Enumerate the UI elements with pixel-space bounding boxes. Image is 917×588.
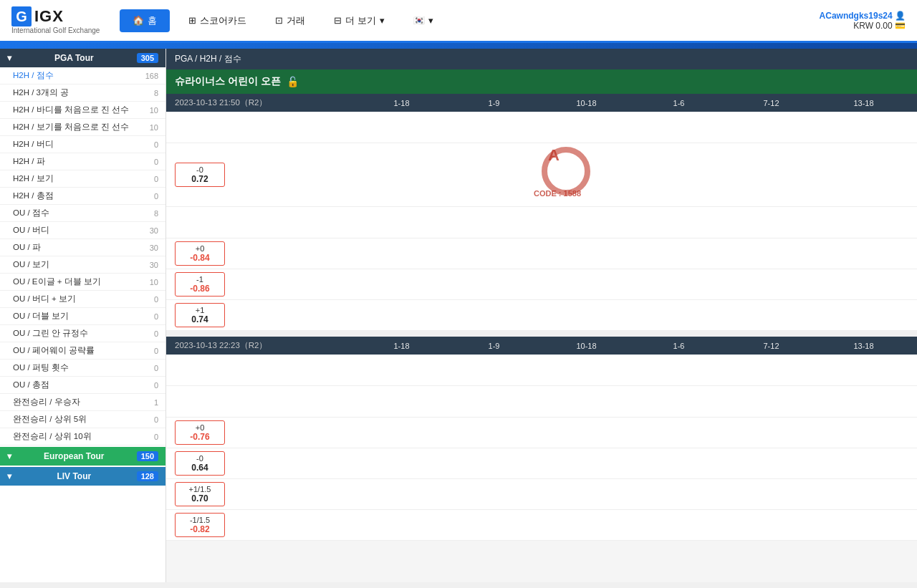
sidebar-liv-tour-header[interactable]: ▾ LIV Tour 128 [0,467,165,486]
sidebar-item-10[interactable]: OU / 파30 [0,239,165,256]
svg-text:A: A [548,146,560,164]
sidebar-item-count: 0 [154,192,158,201]
blue-bar [0,43,917,49]
logo-igx: IGX [34,7,64,26]
username: ACawndgks19s24 [820,11,893,21]
more-button[interactable]: ⊟ 더 보기 ▾ [324,9,395,32]
sidebar-item-21[interactable]: 완전승리 / 상위 10위0 [0,428,165,445]
sidebar-item-19[interactable]: 완전승리 / 우승자1 [0,394,165,411]
sidebar-item-13[interactable]: OU / 버디 + 보기0 [0,291,165,308]
sidebar-item-count: 168 [145,72,158,80]
home-button[interactable]: 🏠 홈 [120,9,170,32]
trade-label: 거래 [287,14,305,27]
sidebar-item-0[interactable]: H2H / 점수168 [0,67,165,85]
extra-odds-row-1-0: +0 -0.76 [166,418,917,448]
sidebar-item-label: OU / 더블 보기 [13,311,69,322]
sidebar-item-count: 0 [154,329,158,338]
sidebar-item-1[interactable]: H2H / 3개의 공8 [0,85,165,102]
sidebar-item-18[interactable]: OU / 총점0 [0,377,165,394]
handicap-value: +0 [180,244,220,253]
sidebar-item-label: OU / 총점 [13,380,49,390]
trade-icon: ⊡ [275,15,283,26]
sidebar-item-label: H2H / 버디 [13,139,54,150]
match-datetime: 2023-10-13 21:50（R2） [175,97,354,108]
sidebar-item-label: OU / E이글 + 더블 보기 [13,276,101,287]
handicap-value: +0 [180,423,220,432]
sidebar-item-label: 완전승리 / 우승자 [13,397,80,408]
chevron-down-icon-lang: ▾ [428,15,433,26]
main-layout: ▾ PGA Tour 305 H2H / 점수168H2H / 3개의 공8H2… [0,49,917,582]
sidebar-item-label: H2H / 파 [13,156,45,167]
sidebar-item-label: OU / 점수 [13,208,49,218]
matches-container: 슈라이너스 어린이 오픈🔓2023-10-13 21:50（R2）1-181-9… [166,69,917,541]
sidebar-item-label: OU / 보기 [13,259,49,270]
date-row-0: 2023-10-13 21:50（R2）1-181-910-181-67-121… [166,94,917,112]
trade-button[interactable]: ⊡ 거래 [265,9,315,32]
header: G IGX International Golf Exchange 🏠 홈 ⊞ … [0,0,917,43]
pga-tour-label: PGA Tour [54,53,94,63]
sidebar-item-11[interactable]: OU / 보기30 [0,256,165,274]
home-label: 홈 [148,14,157,27]
price-value: 0.74 [180,314,220,324]
extra-odds-box[interactable]: -0 0.72 [175,163,225,187]
sidebar-item-14[interactable]: OU / 더블 보기0 [0,308,165,325]
price-value: -0.86 [180,284,220,294]
sidebar-item-4[interactable]: H2H / 버디0 [0,136,165,153]
sidebar-item-count: 0 [154,158,158,166]
scorecard-button[interactable]: ⊞ 스코어카드 [178,9,256,32]
user-info: ACawndgks19s24 👤 KRW 0.00 💳 [820,11,906,31]
liv-tour-label: LIV Tour [57,471,91,481]
sidebar-item-17[interactable]: OU / 퍼팅 횟수0 [0,360,165,377]
sidebar-item-count: 0 [154,381,158,390]
sidebar-item-15[interactable]: OU / 그린 안 규정수0 [0,325,165,342]
price-value: 0.70 [180,493,220,503]
extra-odds-box[interactable]: -0 0.64 [175,451,225,476]
column-header: 10-18 [542,99,631,107]
match-title-bar: 슈라이너스 어린이 오픈🔓 [166,69,917,94]
sidebar-item-2[interactable]: H2H / 바디를 처음으로 진 선수10 [0,102,165,119]
sidebar-european-tour-header[interactable]: ▾ European Tour 150 [0,447,165,466]
price-value: 0.72 [180,174,220,184]
extra-odds-row-1-2: +1/1.5 0.70 [166,479,917,510]
extra-odds-box[interactable]: -1 -0.86 [175,272,225,297]
sidebar-item-5[interactable]: H2H / 파0 [0,153,165,170]
sidebar-item-9[interactable]: OU / 버디30 [0,222,165,239]
language-button[interactable]: 🇰🇷 ▾ [403,10,443,31]
player-row-0-1 [166,207,917,238]
scorecard-label: 스코어카드 [200,14,246,27]
sidebar-item-7[interactable]: H2H / 총점0 [0,188,165,205]
sidebar-pga-tour-header[interactable]: ▾ PGA Tour 305 [0,49,165,67]
extra-odds-box[interactable]: +1 0.74 [175,303,225,327]
extra-odds-box[interactable]: -1/1.5 -0.82 [175,513,225,537]
extra-odds-row-0-2: -1 -0.86 [166,269,917,300]
sidebar-item-3[interactable]: H2H / 보기를 처음으로 진 선수10 [0,119,165,136]
handicap-value: -0 [180,454,220,463]
sidebar-item-16[interactable]: OU / 페어웨이 공략률0 [0,342,165,360]
column-header: 1-6 [634,342,724,350]
scorecard-icon: ⊞ [188,15,196,26]
column-header: 1-18 [357,99,446,107]
extra-odds-box[interactable]: +0 -0.76 [175,420,225,445]
sidebar-item-8[interactable]: OU / 점수8 [0,205,165,222]
sidebar-item-count: 0 [154,312,158,321]
sidebar-item-count: 0 [154,415,158,424]
more-label: 더 보기 [345,14,376,27]
column-header: 1-9 [449,342,539,350]
sidebar-item-20[interactable]: 완전승리 / 상위 5위0 [0,411,165,428]
extra-odds-row-1-3: -1/1.5 -0.82 [166,510,917,541]
sidebar-item-label: 완전승리 / 상위 5위 [13,414,87,425]
chevron-down-icon-pga: ▾ [7,53,11,63]
sidebar-item-count: 30 [150,244,158,252]
player-row-1-1 [166,386,917,418]
sidebar-item-label: OU / 퍼팅 횟수 [13,362,69,373]
logo-area: G IGX International Golf Exchange [11,6,100,34]
sidebar-item-label: H2H / 보기를 처음으로 진 선수 [13,122,129,132]
sidebar-item-label: OU / 그린 안 규정수 [13,328,88,339]
extra-odds-box[interactable]: +0 -0.84 [175,241,225,266]
extra-odds-box[interactable]: +1/1.5 0.70 [175,482,225,506]
sidebar-items-list: H2H / 점수168H2H / 3개의 공8H2H / 바디를 처음으로 진 … [0,67,165,445]
sidebar-item-12[interactable]: OU / E이글 + 더블 보기10 [0,274,165,291]
sidebar-item-6[interactable]: H2H / 보기0 [0,170,165,188]
sidebar-item-count: 8 [154,209,158,218]
sidebar-item-count: 0 [154,433,158,441]
